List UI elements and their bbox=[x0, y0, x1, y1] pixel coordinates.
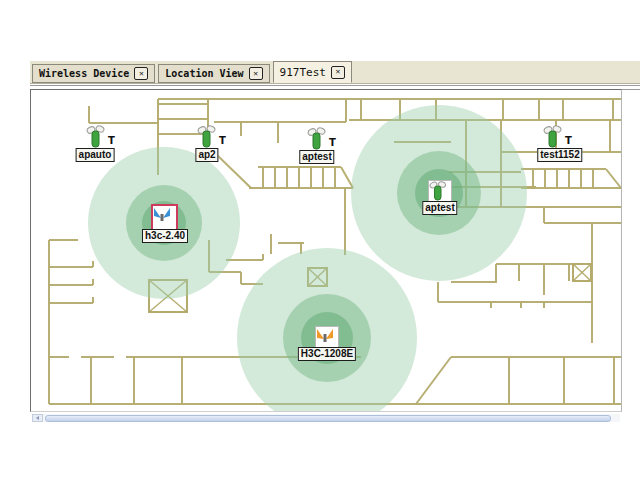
tab-bar: Wireless Device ✕ Location View ✕ 917Tes… bbox=[30, 61, 640, 84]
ap-label-test1152[interactable]: test1152 bbox=[537, 148, 582, 162]
t-marker: T bbox=[329, 137, 336, 148]
scroll-left-button[interactable] bbox=[32, 414, 43, 422]
ap-label-h3c-1208e[interactable]: H3C-1208E bbox=[298, 347, 356, 361]
t-marker: T bbox=[108, 135, 115, 146]
application-window: Wireless Device ✕ Location View ✕ 917Tes… bbox=[0, 0, 640, 480]
scroll-left-arrow-icon bbox=[36, 416, 39, 420]
scrollbar-thumb[interactable] bbox=[45, 415, 611, 422]
ap-label-h3c-2-40[interactable]: h3c-2.40 bbox=[142, 229, 188, 243]
ap-label-ap2[interactable]: ap2 bbox=[195, 148, 218, 162]
ap-label-aptest-top[interactable]: aptest bbox=[299, 150, 334, 164]
antenna-icon bbox=[429, 181, 447, 201]
tab-label: Location View bbox=[165, 68, 243, 79]
ap-label-apauto[interactable]: apauto bbox=[76, 148, 115, 162]
tab-wireless-device[interactable]: Wireless Device ✕ bbox=[32, 64, 155, 83]
tab-label: Wireless Device bbox=[39, 68, 129, 79]
tab-917test[interactable]: 917Test ✕ bbox=[273, 61, 352, 83]
tab-location-view[interactable]: Location View ✕ bbox=[158, 64, 269, 83]
dual-antenna-icon bbox=[316, 327, 334, 343]
t-marker: T bbox=[219, 135, 226, 146]
dual-antenna-icon bbox=[153, 206, 171, 222]
t-marker: T bbox=[565, 135, 572, 146]
close-icon[interactable]: ✕ bbox=[134, 67, 148, 80]
close-icon[interactable]: ✕ bbox=[331, 66, 345, 79]
close-icon[interactable]: ✕ bbox=[249, 67, 263, 80]
tab-label: 917Test bbox=[280, 66, 326, 79]
horizontal-scrollbar[interactable] bbox=[32, 414, 620, 422]
device-icon-h3c-2-40[interactable] bbox=[151, 204, 178, 231]
ap-label-aptest-circle[interactable]: aptest bbox=[422, 201, 457, 215]
location-map-panel[interactable]: T apauto T ap2 T aptest bbox=[30, 89, 622, 412]
